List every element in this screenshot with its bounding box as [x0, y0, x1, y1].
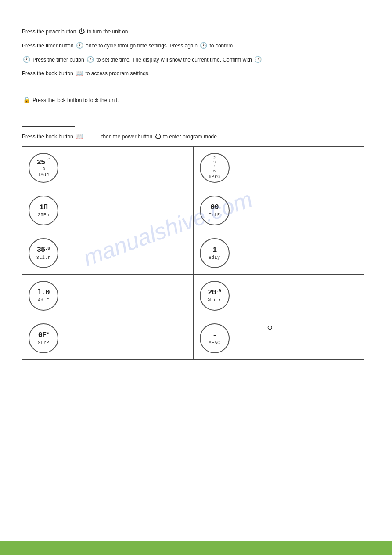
lcd-trle-value: 00	[210, 203, 218, 212]
lcd-slrp: 0FF SLrP	[29, 323, 58, 353]
para-lock: 🔒 Press the lock button to lock the unit…	[22, 95, 370, 105]
lcd-adj-super: tc	[45, 157, 50, 162]
lcd-bdly-label: 8dLy	[209, 255, 220, 260]
lcd-3lir-label: 3Li.r	[36, 255, 51, 260]
timer-icon-1: 🕐	[76, 40, 83, 51]
lcd-adj: 25tc 3 lAdJ	[29, 153, 58, 183]
lcd-afac-value: -	[212, 331, 216, 340]
bottom-bar	[0, 541, 392, 555]
lcd-4dif: l.0 4d.F	[29, 281, 58, 311]
lcd-4dif-value: l.0	[37, 289, 50, 297]
book-icon-2: 📖	[76, 131, 83, 142]
lcd-4dif-label: 4d.F	[38, 298, 49, 303]
cell-in: iΠ 25En	[22, 189, 194, 232]
section2-intro: Press the book button 📖 then the power b…	[22, 131, 370, 142]
lcd-slrp-value: 0F	[38, 331, 46, 340]
cell-bdly: 1 8dLy	[194, 232, 364, 274]
lcd-trle: 00 TrLE	[200, 196, 230, 225]
lcd-bdly-value: 1	[212, 246, 216, 254]
program-grid: 25tc 3 lAdJ 2 3 4 5 6PrG	[22, 146, 364, 360]
lock-icon: 🔒	[23, 95, 30, 105]
lcd-3lir-value: 35	[37, 246, 45, 254]
lcd-adj-sub: 3	[42, 167, 44, 172]
cell-trle: 00 TrLE	[194, 189, 364, 232]
lcd-adj-label: lAdJ	[38, 173, 49, 178]
lcd-in: iΠ 25En	[29, 196, 58, 225]
power-icon-2: ⏻	[155, 131, 161, 142]
lcd-in-label: 25En	[38, 213, 49, 218]
cell-3lir: 35.0 3Li.r	[22, 232, 194, 274]
lcd-9hir-label: 9Hi.r	[207, 298, 222, 303]
power-icon: ⏻	[79, 26, 85, 37]
cell-9hir: 20.0 9Hi.r	[194, 275, 364, 317]
lcd-slrp-label: SLrP	[38, 341, 49, 345]
para-book: Press the book button 📖 to access progra…	[22, 68, 370, 79]
grid-row-5: 0FF SLrP - AFAC ⏻	[22, 317, 364, 359]
cell-slrp: 0FF SLrP	[22, 317, 194, 359]
para-spacer	[22, 82, 370, 91]
grid-row-3: 35.0 3Li.r 1 8dLy	[22, 232, 364, 275]
lcd-6prg: 2 3 4 5 6PrG	[200, 153, 230, 183]
lcd-9hir-value: 20	[208, 289, 216, 297]
grid-row-1: 25tc 3 lAdJ 2 3 4 5 6PrG	[22, 147, 364, 189]
lcd-adj-value: 25	[37, 159, 45, 167]
cell-4dif: l.0 4d.F	[22, 275, 194, 317]
timer-icon-5: 🕐	[254, 54, 262, 65]
lcd-bdly: 1 8dLy	[200, 238, 230, 268]
lcd-trle-label: TrLE	[209, 213, 220, 218]
book-icon-1: 📖	[76, 68, 83, 79]
lcd-afac-label: AFAC	[209, 341, 220, 345]
para-timer2: 🕐 Press the timer button 🕐 to set the ti…	[22, 54, 370, 65]
lcd-6prg-label: 6PrG	[209, 174, 220, 179]
cell-afac-desc: ⏻	[234, 323, 356, 331]
lcd-afac: - AFAC	[200, 323, 230, 353]
lcd-in-value: iΠ	[40, 203, 47, 212]
timer-icon-3: 🕐	[23, 54, 30, 65]
section2-line	[22, 126, 75, 127]
cell-adj: 25tc 3 lAdJ	[22, 147, 194, 189]
section1-line	[22, 18, 48, 18]
cell-6prg: 2 3 4 5 6PrG	[194, 147, 364, 189]
power-icon-3: ⏻	[267, 325, 273, 330]
lcd-9hir: 20.0 9Hi.r	[200, 281, 230, 311]
page: manualshive.com Press the power button ⏻…	[0, 0, 392, 555]
timer-icon-2: 🕐	[200, 40, 207, 51]
grid-row-4: l.0 4d.F 20.0 9Hi.r	[22, 275, 364, 317]
para-timer1: Press the timer button 🕐 once to cycle t…	[22, 40, 370, 51]
lcd-3lir: 35.0 3Li.r	[29, 238, 58, 268]
timer-icon-4: 🕐	[86, 54, 94, 65]
grid-row-2: iΠ 25En 00 TrLE	[22, 189, 364, 232]
cell-afac: - AFAC ⏻	[194, 317, 364, 359]
lcd-6prg-line4: 5	[213, 170, 216, 174]
para-power: Press the power button ⏻ to turn the uni…	[22, 26, 370, 37]
